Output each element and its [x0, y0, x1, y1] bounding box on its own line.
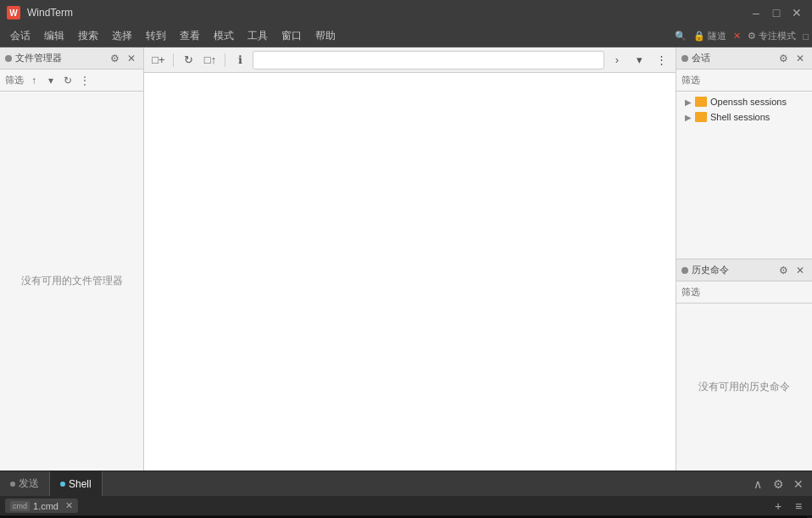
shell-dot	[60, 482, 65, 487]
menu-window[interactable]: 窗口	[275, 27, 309, 45]
file-manager-filter-label: 筛选	[5, 74, 24, 86]
window-controls: – □ ✕	[748, 4, 805, 21]
menu-edit[interactable]: 编辑	[37, 27, 71, 45]
app-title: WindTerm	[27, 7, 748, 19]
cmd-tab[interactable]: cmd 1.cmd ✕	[5, 499, 78, 513]
openssh-arrow: ▶	[685, 97, 692, 107]
openssh-label: Openssh sessions	[710, 97, 787, 107]
upload2-btn[interactable]: □↑	[201, 51, 220, 70]
x-close-btn[interactable]: ✕	[733, 31, 741, 42]
menu-session[interactable]: 会话	[3, 27, 37, 45]
openssh-folder-icon	[695, 97, 707, 107]
tab-send[interactable]: 发送	[0, 471, 50, 496]
collapse-btn[interactable]: ∧	[749, 476, 766, 493]
menu-help[interactable]: 帮助	[309, 27, 342, 45]
center-toolbar: □+ ↻ □↑ ℹ › ▾ ⋮	[144, 47, 676, 73]
focus-mode-btn[interactable]: ⚙ 专注模式	[748, 30, 796, 42]
shell-tab-label: Shell	[69, 478, 92, 490]
terminal-close-btn[interactable]: ✕	[790, 476, 807, 493]
terminal-sub-bar: cmd 1.cmd ✕ + ≡	[0, 496, 812, 516]
tab-right-controls: ∧ ⚙ ✕	[749, 471, 812, 496]
sessions-filter-label: 筛选	[681, 74, 700, 86]
cmd-close-btn[interactable]: ✕	[65, 500, 73, 511]
menu-right-area: 🔍 🔒 隧道 ✕ ⚙ 专注模式 □	[675, 30, 809, 42]
reload-btn[interactable]: ↻	[179, 51, 197, 70]
history-header: 历史命令 ⚙ ✕	[676, 259, 812, 281]
center-more-btn[interactable]: ⋮	[652, 51, 670, 70]
file-manager-empty: 没有可用的文件管理器	[0, 92, 143, 471]
terminal-area: cmd 1.cmd ✕ + ≡ [13:50:18] 3 Portions Co…	[0, 496, 812, 518]
history-empty: 没有可用的历史命令	[676, 304, 812, 471]
menu-goto[interactable]: 转到	[139, 27, 173, 45]
send-tab-label: 发送	[19, 476, 39, 491]
nav-forward-btn[interactable]: ›	[608, 51, 626, 70]
sessions-close-btn[interactable]: ✕	[793, 52, 807, 65]
history-dot	[681, 267, 688, 274]
terminal-add-btn[interactable]: +	[770, 498, 787, 515]
session-item-openssh[interactable]: ▶ Openssh sessions	[681, 95, 807, 109]
menu-bar: 会话 编辑 搜索 选择 转到 查看 模式 工具 窗口 帮助 🔍 🔒 隧道 ✕ ⚙…	[0, 25, 812, 47]
new-tab-btn[interactable]: □+	[149, 51, 168, 70]
terminal-menu-btn[interactable]: ≡	[790, 498, 807, 515]
shell-arrow: ▶	[685, 113, 692, 122]
history-close-btn[interactable]: ✕	[793, 264, 807, 277]
minimize-button[interactable]: –	[748, 4, 765, 21]
sessions-panel: 会话 ⚙ ✕ 筛选 ▶ Openssh sessions ▶ Shell ses…	[676, 47, 812, 259]
history-title: 历史命令	[692, 264, 773, 276]
history-filter-label: 筛选	[681, 286, 700, 298]
center-panel: □+ ↻ □↑ ℹ › ▾ ⋮	[144, 47, 676, 471]
file-manager-close-btn[interactable]: ✕	[125, 52, 138, 65]
file-manager-toolbar: 筛选 ↑ ▾ ↻ ⋮	[0, 70, 143, 92]
upload-btn[interactable]: ↑	[27, 74, 41, 87]
menu-select[interactable]: 选择	[105, 27, 139, 45]
menu-mode[interactable]: 模式	[207, 27, 241, 45]
app-icon: W	[7, 6, 20, 19]
shell-folder-icon	[695, 112, 707, 122]
sessions-toolbar: 筛选	[676, 70, 812, 92]
history-toolbar: 筛选	[676, 281, 812, 304]
sessions-settings-btn[interactable]: ⚙	[776, 52, 790, 65]
pin-btn[interactable]: □	[803, 31, 809, 42]
toolbar-divider-1	[173, 53, 174, 67]
cmd-tab-label: 1.cmd	[33, 501, 58, 511]
download-arrow-btn[interactable]: ▾	[44, 74, 58, 87]
file-manager-dot	[5, 55, 12, 62]
menu-view[interactable]: 查看	[173, 27, 207, 45]
sessions-header: 会话 ⚙ ✕	[676, 47, 812, 70]
shell-label: Shell sessions	[710, 112, 770, 122]
right-panel: 会话 ⚙ ✕ 筛选 ▶ Openssh sessions ▶ Shell ses…	[676, 47, 812, 471]
more-btn[interactable]: ⋮	[78, 74, 92, 87]
file-manager-title: 文件管理器	[15, 52, 104, 64]
center-content	[144, 73, 676, 471]
session-list: ▶ Openssh sessions ▶ Shell sessions	[676, 92, 812, 127]
search-icon-btn[interactable]: 🔍	[675, 31, 687, 42]
history-settings-btn[interactable]: ⚙	[776, 264, 790, 277]
tunnel-btn[interactable]: 🔒 隧道	[693, 30, 726, 42]
expand-btn[interactable]: ▾	[630, 51, 648, 70]
tab-shell[interactable]: Shell	[50, 471, 103, 496]
terminal-settings-btn[interactable]: ⚙	[770, 476, 787, 493]
sessions-title: 会话	[692, 52, 773, 64]
title-bar: W WindTerm – □ ✕	[0, 0, 812, 25]
cmd-badge: cmd	[10, 501, 30, 511]
address-input[interactable]	[253, 51, 604, 70]
file-manager-header: 文件管理器 ⚙ ✕	[0, 47, 143, 70]
info-btn[interactable]: ℹ	[231, 51, 249, 70]
sessions-dot	[681, 55, 688, 62]
file-manager-settings-btn[interactable]: ⚙	[108, 52, 121, 65]
history-panel: 历史命令 ⚙ ✕ 筛选 没有可用的历史命令	[676, 259, 812, 471]
close-button[interactable]: ✕	[788, 4, 805, 21]
send-dot	[10, 482, 15, 487]
session-item-shell[interactable]: ▶ Shell sessions	[681, 110, 807, 124]
bottom-tab-bar: 发送 Shell ∧ ⚙ ✕	[0, 471, 812, 496]
maximize-button[interactable]: □	[768, 4, 785, 21]
toolbar-divider-2	[225, 53, 225, 67]
main-layout: 文件管理器 ⚙ ✕ 筛选 ↑ ▾ ↻ ⋮ 没有可用的文件管理器 □+ ↻ □↑ …	[0, 47, 812, 471]
refresh-btn[interactable]: ↻	[61, 74, 75, 87]
file-manager-panel: 文件管理器 ⚙ ✕ 筛选 ↑ ▾ ↻ ⋮ 没有可用的文件管理器	[0, 47, 144, 471]
menu-search[interactable]: 搜索	[71, 27, 105, 45]
menu-tools[interactable]: 工具	[241, 27, 275, 45]
